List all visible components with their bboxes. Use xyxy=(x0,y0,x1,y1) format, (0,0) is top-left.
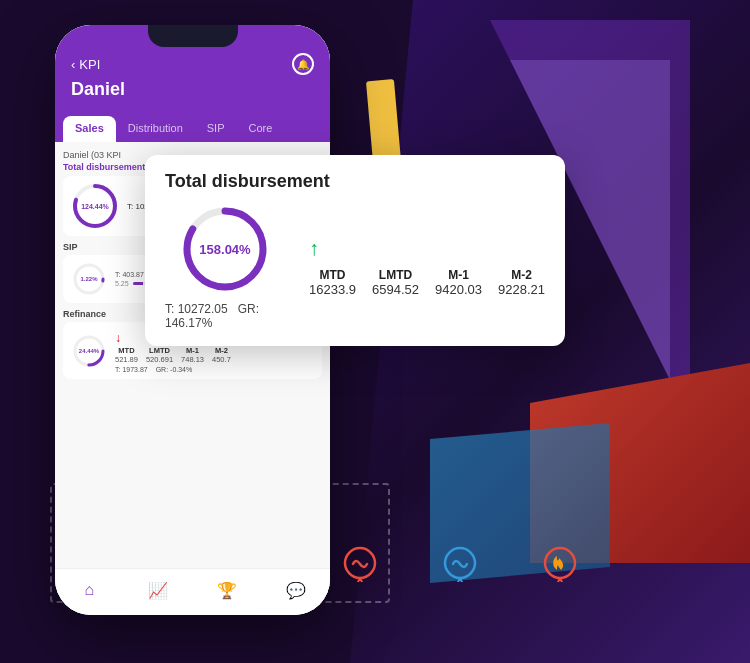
tab-sales[interactable]: Sales xyxy=(63,116,116,142)
nav-chat[interactable]: 💬 xyxy=(283,577,309,603)
refinance-m1-col: M-1 748.13 xyxy=(181,346,204,364)
disbursement-circle: 124.44% xyxy=(71,182,119,230)
refinance-trend-icon: ↓ xyxy=(115,331,121,345)
popup-title: Total disbursement xyxy=(165,171,545,192)
disbursement-percent: 124.44% xyxy=(81,203,109,210)
back-button[interactable]: ‹ KPI xyxy=(71,57,100,72)
sip-circle: 1.22% xyxy=(71,261,107,297)
sip-bar-label-1: 5.25 xyxy=(115,280,129,287)
popup-m2-label: M-2 xyxy=(498,268,545,282)
refinance-gr: GR: -0.34% xyxy=(156,366,193,373)
user-name: Daniel xyxy=(71,79,314,100)
popup-m2-value: 9228.21 xyxy=(498,282,545,297)
phone-tabs: Sales Distribution SIP Core xyxy=(55,116,330,142)
wave-icon-1[interactable] xyxy=(340,543,380,583)
phone-notch xyxy=(148,25,238,47)
nav-trophy[interactable]: 🏆 xyxy=(214,577,240,603)
popup-lmtd-value: 6594.52 xyxy=(372,282,419,297)
refinance-mtd-col: MTD 521.89 xyxy=(115,346,138,364)
refinance-m2-col: M-2 450.7 xyxy=(212,346,231,364)
nav-chart[interactable]: 📈 xyxy=(145,577,171,603)
popup-percent: 158.04% xyxy=(199,242,250,257)
phone-bottom-nav: ⌂ 📈 🏆 💬 xyxy=(55,568,330,615)
popup-card: Total disbursement 158.04% T: 10272.05 G… xyxy=(145,155,565,346)
tab-sip[interactable]: SIP xyxy=(195,116,237,142)
popup-m2-col: M-2 9228.21 xyxy=(498,268,545,297)
refinance-totals: T: 1973.87 GR: -0.34% xyxy=(115,366,314,373)
back-label: KPI xyxy=(79,57,100,72)
popup-right-panel: ↑ MTD 16233.9 LMTD 6594.52 M-1 9420.03 M… xyxy=(309,237,545,297)
popup-trend-icon: ↑ xyxy=(309,237,545,260)
popup-mtd-col: MTD 16233.9 xyxy=(309,268,356,297)
popup-m1-label: M-1 xyxy=(435,268,482,282)
popup-m1-value: 9420.03 xyxy=(435,282,482,297)
back-chevron: ‹ xyxy=(71,57,75,72)
tab-core[interactable]: Core xyxy=(237,116,285,142)
sip-total: T: 403.87 xyxy=(115,271,144,278)
wave-icon-2[interactable] xyxy=(440,543,480,583)
popup-content: 158.04% T: 10272.05 GR: 146.17% ↑ MTD 16… xyxy=(165,204,545,330)
popup-lmtd-label: LMTD xyxy=(372,268,419,282)
refinance-total: T: 1973.87 xyxy=(115,366,148,373)
tab-distribution[interactable]: Distribution xyxy=(116,116,195,142)
popup-total: T: 10272.05 xyxy=(165,302,228,316)
popup-mtd-value: 16233.9 xyxy=(309,282,356,297)
refinance-percent: 24.44% xyxy=(79,348,99,354)
nav-home[interactable]: ⌂ xyxy=(76,577,102,603)
popup-metrics: MTD 16233.9 LMTD 6594.52 M-1 9420.03 M-2… xyxy=(309,268,545,297)
refinance-metrics: MTD 521.89 LMTD 520.691 M-1 748.13 M-2 xyxy=(115,346,314,364)
flame-icon[interactable] xyxy=(540,543,580,583)
refinance-lmtd-col: LMTD 520.691 xyxy=(146,346,173,364)
popup-mtd-label: MTD xyxy=(309,268,356,282)
refinance-circle: 24.44% xyxy=(71,333,107,369)
popup-lmtd-col: LMTD 6594.52 xyxy=(372,268,419,297)
popup-m1-col: M-1 9420.03 xyxy=(435,268,482,297)
popup-circle: 158.04% xyxy=(180,204,270,294)
popup-totals: T: 10272.05 GR: 146.17% xyxy=(165,302,285,330)
bottom-icons-row xyxy=(340,543,580,583)
phone-header-top: ‹ KPI 🔔 xyxy=(71,53,314,75)
notification-bell[interactable]: 🔔 xyxy=(292,53,314,75)
sip-percent: 1.22% xyxy=(80,276,97,282)
